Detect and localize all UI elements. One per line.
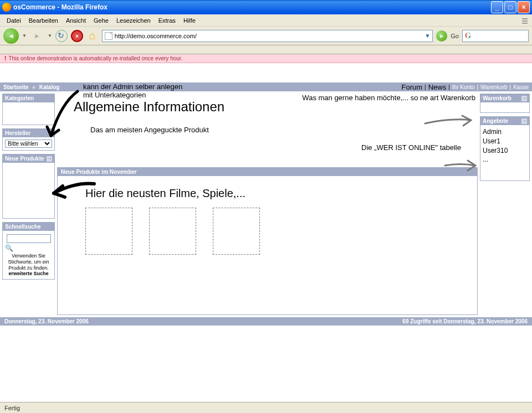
arrow-newproducts xyxy=(47,179,97,203)
box-angebote-header: Angebote → xyxy=(480,117,529,125)
link-forum[interactable]: Forum xyxy=(402,83,423,91)
quicksearch-text: Verwenden Sie Stichworte, um ein Produkt… xyxy=(5,253,52,277)
mostviewed-text: Das am meisten Angeguckte Produkt xyxy=(90,126,478,134)
menubar-grip-icon xyxy=(521,17,529,24)
menu-hilfe[interactable]: Hilfe xyxy=(180,16,199,25)
maximize-button[interactable]: □ xyxy=(504,1,516,13)
box-angebote: Angebote → Admin User1 User310 ... xyxy=(480,116,530,181)
toolbar-divider xyxy=(0,45,532,54)
neue-produkte-body: Hier die neusten Filme, Spiele,... xyxy=(58,176,477,314)
home-button[interactable] xyxy=(86,30,99,42)
box-warenkorb-header: Warenkorb → xyxy=(480,94,529,102)
box-schnellsuche-body: 🔍 Verwenden Sie Stichworte, um ein Produ… xyxy=(3,231,54,279)
footer-bar: Donnerstag, 23. November 2006 69 Zugriff… xyxy=(0,317,532,326)
url-dropdown-icon[interactable]: ▼ xyxy=(424,33,430,39)
box-neue-produkte-main: Neue Produkte im November Hier die neust… xyxy=(57,167,478,315)
menubar: Datei Bearbeiten Ansicht Gehe Lesezeiche… xyxy=(0,14,532,27)
back-dropdown[interactable]: ▼ xyxy=(22,33,27,38)
user-row: User1 xyxy=(483,137,527,146)
menu-bearbeiten[interactable]: Bearbeiten xyxy=(25,16,62,25)
link-news[interactable]: News xyxy=(428,83,447,91)
menu-extras[interactable]: Extras xyxy=(155,16,179,25)
link-account[interactable]: Ihr Konto xyxy=(452,84,475,90)
quicksearch-button[interactable]: 🔍 xyxy=(5,244,52,252)
more-icon[interactable]: → xyxy=(47,156,52,162)
url-bar[interactable]: ▼ xyxy=(102,30,433,42)
more-icon[interactable]: → xyxy=(521,96,527,101)
right-column: Warenkorb → Angebote → Admin User1 User3… xyxy=(480,94,530,315)
notice-text: This online demonstration is automatical… xyxy=(8,55,182,61)
forward-button[interactable] xyxy=(30,29,44,43)
menu-datei[interactable]: Datei xyxy=(3,16,24,25)
menu-ansicht[interactable]: Ansicht xyxy=(63,16,89,25)
reload-button[interactable] xyxy=(55,30,68,42)
quicksearch-input[interactable] xyxy=(7,234,51,243)
box-warenkorb-body xyxy=(480,102,529,112)
google-icon: G xyxy=(465,32,471,40)
footer-visits: 69 Zugriffe seit Donnerstag, 23. Novembe… xyxy=(402,318,528,324)
toolbar: ▼ ▼ ▼ Go G xyxy=(0,27,532,45)
firefox-icon xyxy=(2,3,11,12)
user-row: Admin xyxy=(483,127,527,137)
neue-produkte-header: Neue Produkte im November xyxy=(58,168,477,176)
more-icon[interactable]: → xyxy=(521,118,527,124)
annotation-whoonline: Die „WER IST ONLINE" tabelle xyxy=(361,143,461,152)
product-placeholder[interactable] xyxy=(213,208,260,255)
notice-banner: ! This online demonstration is automatic… xyxy=(0,54,532,63)
go-label: Go xyxy=(451,33,459,39)
page-icon xyxy=(105,32,112,40)
menu-gehe[interactable]: Gehe xyxy=(90,16,112,25)
user-row: User310 xyxy=(483,146,527,156)
warning-icon: ! xyxy=(4,55,6,61)
box-schnellsuche-header: Schnellsuche xyxy=(3,223,54,231)
main-column: Was man gerne haben möchte,... so ne art… xyxy=(57,94,478,315)
box-neue-produkte-header: Neue Produkte → xyxy=(3,154,54,163)
back-button[interactable] xyxy=(3,28,19,44)
advanced-search-link[interactable]: erweiterte Suche xyxy=(8,271,48,276)
user-row: ... xyxy=(483,155,527,164)
arrow-whoonline xyxy=(443,157,482,175)
window-titlebar: osCommerce - Mozilla Firefox _ □ × xyxy=(0,0,532,14)
box-angebote-body: Admin User1 User310 ... xyxy=(480,125,529,180)
url-input[interactable] xyxy=(115,33,423,39)
arrow-categories xyxy=(44,87,83,143)
go-button[interactable] xyxy=(436,30,447,42)
box-warenkorb: Warenkorb → xyxy=(480,94,530,113)
search-box[interactable]: G xyxy=(462,30,529,42)
forward-dropdown[interactable]: ▼ xyxy=(48,33,52,38)
annotation-wishlist: Was man gerne haben möchte,... so ne art… xyxy=(302,94,475,102)
link-checkout[interactable]: Kasse xyxy=(513,84,529,90)
arrow-wishlist xyxy=(422,113,478,131)
minimize-button[interactable]: _ xyxy=(491,1,503,13)
menu-lesezeichen[interactable]: Lesezeichen xyxy=(113,16,154,25)
neue-produkte-title: Hier die neusten Filme, Spiele,... xyxy=(85,187,466,200)
close-button[interactable]: × xyxy=(518,1,530,13)
breadcrumb-home[interactable]: Startseite xyxy=(3,84,29,90)
window-title: osCommerce - Mozilla Firefox xyxy=(13,3,491,11)
product-placeholder[interactable] xyxy=(85,208,132,255)
product-placeholder[interactable] xyxy=(149,208,196,255)
box-schnellsuche: Schnellsuche 🔍 Verwenden Sie Stichworte,… xyxy=(2,222,55,280)
stop-button[interactable] xyxy=(71,30,83,42)
link-cart[interactable]: Warenkorb xyxy=(480,84,508,90)
footer-date: Donnerstag, 23. November 2006 xyxy=(4,318,89,324)
page-content: kann der Admin selber anlegen mit Unterk… xyxy=(0,82,532,326)
